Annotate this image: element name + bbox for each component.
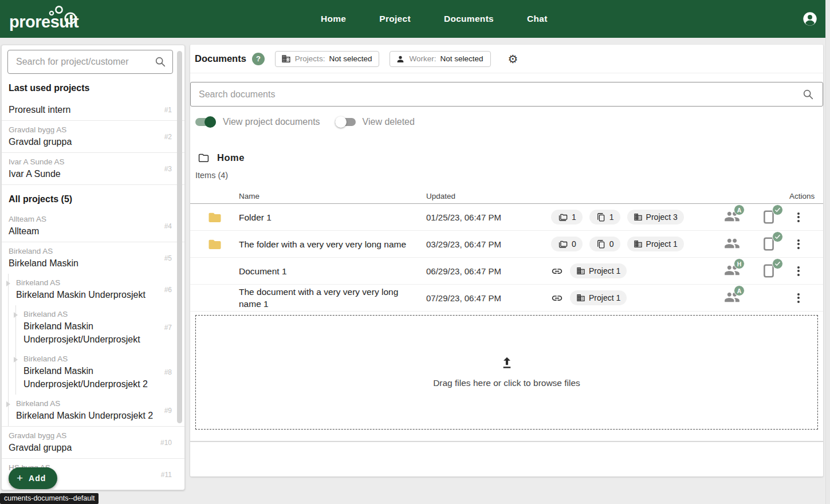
- table-row-4[interactable]: The document with a very very very long …: [190, 285, 823, 312]
- more-options-icon[interactable]: [794, 236, 803, 253]
- worker-initial-badge: A: [734, 285, 745, 296]
- file-dropzone[interactable]: Drag files here or click to browse files: [195, 315, 818, 430]
- help-icon[interactable]: ?: [252, 53, 265, 65]
- worker-icon: [396, 54, 405, 64]
- project-chip[interactable]: Project 1: [570, 263, 627, 278]
- item-name[interactable]: The document with a very very very long …: [239, 286, 422, 310]
- documents-count-icon: [596, 212, 606, 223]
- folder-count-badge: 0: [551, 237, 583, 251]
- project-name: Birkeland Maskin: [9, 257, 162, 270]
- document-count-badge: 0: [589, 237, 620, 251]
- worker-initial-badge: H: [734, 258, 745, 269]
- nav-chat[interactable]: Chat: [527, 14, 548, 24]
- document-count-badge: 1: [589, 210, 620, 225]
- project-item-6[interactable]: Birkeland ASBirkeland Maskin Underprosje…: [2, 274, 184, 305]
- folder-count-badge: 1: [551, 210, 583, 225]
- documents-search-input[interactable]: [199, 89, 802, 100]
- project-chip-value: Project 1: [589, 293, 620, 302]
- project-item-3[interactable]: Ivar A Sunde ASIvar A Sunde#3: [2, 153, 184, 185]
- project-name: Gravdal gruppa: [9, 441, 162, 454]
- signature-cell[interactable]: [753, 237, 788, 251]
- folders-count-icon: [557, 212, 568, 223]
- signature-cell[interactable]: [753, 263, 788, 278]
- item-name[interactable]: Folder 1: [239, 211, 422, 223]
- link-icon: [551, 265, 563, 277]
- table-row-2[interactable]: The folder with a very very very long na…: [190, 231, 823, 258]
- project-number: #1: [164, 106, 172, 114]
- customer-name: Birkeland AS: [16, 278, 162, 288]
- page-scrollbar[interactable]: [825, 0, 830, 504]
- gear-icon[interactable]: ⚙: [508, 53, 518, 65]
- project-item-7[interactable]: Birkeland ASBirkeland Maskin Underprosje…: [2, 305, 184, 350]
- more-options-icon[interactable]: [794, 290, 803, 306]
- folder-icon: [198, 153, 209, 163]
- check-icon: [774, 207, 781, 212]
- project-name: Birkeland Maskin Underprosjekt/Underpros…: [23, 364, 162, 391]
- table-row-3[interactable]: Document 106/29/23, 06:47 PMProject 1H: [190, 258, 823, 285]
- project-chip[interactable]: Project 3: [627, 210, 684, 225]
- worker-initial-badge: A: [734, 204, 745, 215]
- project-building-icon: [576, 266, 585, 275]
- project-number: #10: [160, 439, 172, 447]
- project-number: #2: [164, 133, 172, 141]
- item-updated: 07/29/23, 06:47 PM: [422, 293, 551, 303]
- documents-table: Folder 101/25/23, 06:47 PM11Project 3ATh…: [190, 204, 823, 312]
- check-badge: [772, 258, 783, 269]
- project-item-8[interactable]: Birkeland ASBirkeland Maskin Underprosje…: [2, 350, 184, 395]
- logo-bubbles-clock-icon: [48, 5, 82, 31]
- project-item-9[interactable]: Birkeland ASBirkeland Maskin Underprosje…: [2, 395, 184, 427]
- item-name[interactable]: Document 1: [239, 265, 422, 277]
- more-options-icon[interactable]: [794, 263, 803, 279]
- worker-filter-chip[interactable]: Worker: Not selected: [390, 51, 490, 67]
- project-item-1[interactable]: Proresult intern#1: [2, 99, 184, 121]
- nav-project[interactable]: Project: [379, 14, 411, 24]
- indent-guide: [8, 395, 9, 426]
- user-avatar-icon[interactable]: [802, 11, 818, 27]
- workers-cell[interactable]: [711, 237, 753, 251]
- main-nav: HomeProjectDocumentsChat: [321, 0, 548, 38]
- project-item-4[interactable]: Allteam ASAllteam#4: [2, 210, 184, 242]
- project-name: Birkeland Maskin Underprosjekt 2: [16, 409, 162, 422]
- project-sidebar: Last used projects Proresult intern#1Gra…: [1, 45, 185, 490]
- last-used-projects-heading: Last used projects: [9, 83, 178, 93]
- project-item-5[interactable]: Birkeland ASBirkeland Maskin#5: [2, 242, 184, 274]
- nav-home[interactable]: Home: [321, 14, 346, 24]
- current-folder-label[interactable]: Home: [217, 152, 245, 163]
- link-icon: [551, 292, 563, 304]
- nav-documents[interactable]: Documents: [444, 14, 494, 24]
- table-header: Name Updated Actions: [190, 189, 823, 204]
- signature-cell[interactable]: [753, 210, 788, 225]
- project-chip[interactable]: Project 1: [627, 237, 684, 251]
- items-count: Items (4): [190, 171, 823, 180]
- project-number: #7: [164, 324, 172, 332]
- workers-cell[interactable]: A: [711, 290, 753, 305]
- item-updated: 01/25/23, 06:47 PM: [422, 212, 551, 222]
- row-type-icon-cell: [190, 238, 239, 250]
- item-meta: Project 1: [551, 290, 711, 305]
- workers-cell[interactable]: H: [711, 263, 753, 278]
- all-projects-list: Allteam ASAllteam#4Birkeland ASBirkeland…: [2, 210, 184, 490]
- column-actions: Actions: [788, 192, 823, 200]
- column-name: Name: [239, 192, 422, 200]
- view-deleted-toggle[interactable]: [335, 116, 356, 128]
- customer-name: Birkeland AS: [16, 399, 162, 409]
- project-name: Ivar A Sunde: [9, 167, 162, 180]
- project-chip[interactable]: Project 1: [570, 290, 627, 305]
- project-item-10[interactable]: Gravdal bygg ASGravdal gruppa#10: [2, 427, 184, 459]
- item-updated: 06/29/23, 06:47 PM: [422, 266, 551, 276]
- folder-count-badge-value: 1: [572, 212, 576, 222]
- projects-filter-chip[interactable]: Projects: Not selected: [275, 51, 380, 67]
- app-header: proresult HomeProjectDocumentsChat: [0, 0, 830, 38]
- project-search-input[interactable]: [10, 57, 154, 67]
- workers-cell[interactable]: A: [711, 210, 753, 225]
- view-project-documents-toggle[interactable]: [195, 116, 216, 128]
- item-name[interactable]: The folder with a very very very long na…: [239, 238, 422, 250]
- project-item-2[interactable]: Gravdal bygg ASGravdal gruppa#2: [2, 121, 184, 153]
- table-row-1[interactable]: Folder 101/25/23, 06:47 PM11Project 3A: [190, 204, 823, 231]
- sidebar-scrollbar[interactable]: [177, 51, 182, 423]
- customer-name: Birkeland AS: [23, 309, 162, 320]
- folders-count-icon: [557, 239, 568, 250]
- customer-name: Birkeland AS: [23, 354, 162, 364]
- add-project-button[interactable]: + Add: [9, 467, 57, 489]
- more-options-icon[interactable]: [794, 209, 803, 226]
